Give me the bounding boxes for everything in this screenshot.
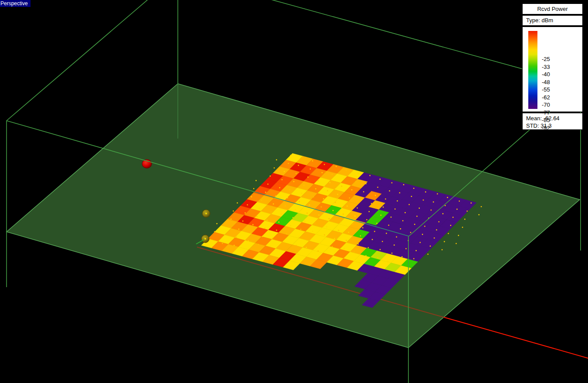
rf-3d-viewport[interactable] xyxy=(0,0,588,383)
receiver-dot xyxy=(323,198,324,199)
olive-sphere-center-dot xyxy=(205,213,207,214)
receiver-dot xyxy=(242,220,243,221)
receiver-dot xyxy=(372,239,373,240)
receiver-dot xyxy=(442,213,443,214)
receiver-dot xyxy=(445,205,445,206)
receiver-dot xyxy=(222,243,223,244)
receiver-dot xyxy=(288,163,289,164)
receiver-dot xyxy=(452,217,453,218)
std-value: STD: 31.3 xyxy=(526,122,582,129)
receiver-dot xyxy=(276,230,277,230)
receiver-dot xyxy=(298,165,299,166)
receiver-dot xyxy=(267,183,268,184)
receiver-dot xyxy=(433,201,434,202)
receiver-dot xyxy=(354,216,355,217)
receiver-dot xyxy=(347,206,347,207)
receiver-dot xyxy=(306,247,307,248)
receiver-dot xyxy=(236,237,237,237)
scale-tick: -85 xyxy=(542,117,550,123)
receiver-dot xyxy=(455,243,456,244)
receiver-dot xyxy=(252,224,253,225)
receiver-dot xyxy=(423,200,424,200)
receiver-dot xyxy=(422,234,423,235)
receiver-dot xyxy=(377,187,378,188)
receiver-dot xyxy=(388,225,389,226)
receiver-dot xyxy=(385,199,386,200)
receiver-dot xyxy=(228,227,229,227)
receiver-dot xyxy=(357,207,358,208)
receiver-dot xyxy=(409,204,410,205)
legend-panel: Rcvd Power Type: dBm -25-33-40-48-55-62-… xyxy=(522,3,583,131)
receiver-dot xyxy=(430,246,431,247)
receiver-dot xyxy=(360,235,361,236)
scale-tick: -33 xyxy=(542,64,550,70)
receiver-dot xyxy=(261,200,262,201)
receiver-dot xyxy=(394,209,395,210)
receiver-dot xyxy=(348,232,349,233)
scale-tick: -55 xyxy=(542,87,550,93)
receiver-dot xyxy=(284,241,285,242)
receiver-dot xyxy=(375,195,376,196)
receiver-dot xyxy=(436,229,437,230)
receiver-dot xyxy=(332,174,333,175)
receiver-dot xyxy=(401,256,402,257)
receiver-dot xyxy=(444,241,445,242)
color-gradient-bar xyxy=(528,31,537,109)
receiver-dot xyxy=(416,216,417,217)
receiver-dot xyxy=(306,213,307,214)
scale-tick: -25 xyxy=(542,56,550,62)
receiver-dot xyxy=(416,250,417,251)
receiver-dot xyxy=(224,235,225,236)
receiver-dot xyxy=(383,207,384,207)
receiver-dot xyxy=(238,229,239,230)
receiver-dot xyxy=(336,166,336,167)
receiver-dot xyxy=(448,233,449,234)
receiver-dot xyxy=(270,176,271,176)
receiver-dot xyxy=(368,247,369,248)
receiver-dot xyxy=(351,190,352,190)
receiver-dot xyxy=(248,241,249,241)
receiver-dot xyxy=(365,183,366,184)
receiver-dot xyxy=(287,197,288,198)
receiver-dot xyxy=(428,254,428,254)
receiver-dot xyxy=(442,249,442,250)
receiver-dot xyxy=(437,193,438,194)
receiver-dot xyxy=(264,228,265,229)
receiver-dot xyxy=(310,239,311,240)
receiver-dot xyxy=(371,203,372,204)
receiver-dot xyxy=(270,246,271,247)
receiver-dot xyxy=(303,185,304,186)
receiver-dot xyxy=(284,171,285,172)
receiver-dot xyxy=(338,230,339,231)
receiver-dot xyxy=(296,245,296,246)
receiver-dot xyxy=(456,209,457,210)
receiver-dot xyxy=(343,178,344,179)
receiver-dot xyxy=(464,219,465,220)
receiver-dot xyxy=(366,219,367,220)
receiver-dot xyxy=(425,191,426,192)
receiver-dot xyxy=(271,212,272,213)
legend-stats: Mean: -62.64 STD: 31.3 xyxy=(522,113,583,130)
receiver-dot xyxy=(319,214,319,215)
receiver-dot xyxy=(346,240,347,241)
receiver-dot xyxy=(314,223,315,224)
receiver-dot xyxy=(290,155,291,156)
receiver-dot xyxy=(290,225,291,226)
receiver-dot xyxy=(279,222,279,223)
receiver-dot xyxy=(245,213,245,214)
receiver-dot xyxy=(399,192,400,193)
receiver-dot xyxy=(357,173,358,174)
receiver-dot xyxy=(214,231,215,232)
receiver-dot xyxy=(250,232,251,233)
receiver-dot xyxy=(343,248,344,249)
receiver-dot xyxy=(259,208,260,209)
receiver-dot xyxy=(404,212,405,213)
receiver-dot xyxy=(304,221,305,222)
scale-tick: -62 xyxy=(542,95,550,101)
scene-canvas[interactable] xyxy=(0,0,588,383)
receiver-dot xyxy=(318,180,319,181)
receiver-dot xyxy=(285,205,286,206)
scale-tick: -100 xyxy=(542,132,553,139)
receiver-dot xyxy=(332,246,333,247)
receiver-dot xyxy=(361,200,362,200)
